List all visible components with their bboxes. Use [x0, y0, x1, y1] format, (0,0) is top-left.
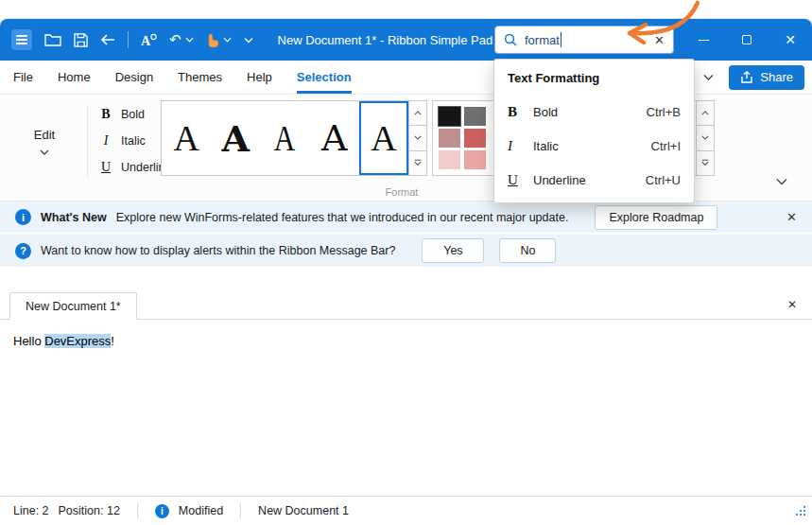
color-swatch[interactable] [464, 107, 486, 126]
undo-dropdown-button[interactable]: ↶ [169, 33, 194, 47]
open-file-icon[interactable] [44, 33, 61, 46]
gallery-scroll-up-button[interactable] [409, 101, 426, 126]
chevron-down-icon [40, 149, 49, 155]
tab-selection[interactable]: Selection [297, 61, 352, 94]
document-tab[interactable]: New Document 1* [9, 292, 137, 320]
document-content[interactable]: Hello DevExpress! [0, 320, 812, 496]
color-swatch[interactable] [439, 129, 460, 148]
font-gallery-item[interactable]: A [265, 101, 305, 175]
gallery-scroll-down-button[interactable] [409, 126, 426, 150]
tab-themes[interactable]: Themes [178, 61, 222, 94]
gallery-expand-button[interactable] [409, 151, 426, 175]
back-arrow-icon[interactable] [100, 34, 115, 45]
whats-new-title: What's New [41, 211, 107, 224]
color-swatch[interactable] [439, 150, 460, 169]
underline-icon: U [99, 160, 112, 175]
edit-button[interactable]: Edit [9, 100, 79, 182]
tab-help[interactable]: Help [247, 61, 272, 94]
result-label: Bold [533, 105, 558, 119]
color-scroll-up-button[interactable] [697, 101, 714, 126]
chevron-down-icon [223, 37, 232, 43]
toolbar-separator [128, 31, 129, 48]
window-controls: ✕ [682, 19, 812, 61]
status-document-name: New Document 1 [258, 504, 349, 517]
status-modified: Modified [179, 504, 223, 517]
italic-icon: I [99, 133, 112, 149]
result-label: Underline [533, 173, 586, 187]
maximize-icon [742, 35, 752, 44]
info-icon: i [15, 209, 31, 225]
document-text: ! [111, 334, 114, 348]
undo-icon: ↶ [169, 33, 181, 47]
document-area-spacer [0, 267, 812, 291]
flyout-header: Text Formatting [494, 60, 694, 95]
no-button[interactable]: No [499, 238, 556, 263]
message-bar-whats-new: i What's New Explore new WinForms-relate… [0, 201, 812, 233]
message-close-icon[interactable]: ✕ [786, 210, 797, 224]
collapse-ribbon-chevron-icon[interactable] [776, 172, 787, 189]
font-gallery-item[interactable]: A [211, 101, 260, 175]
tab-file[interactable]: File [13, 61, 33, 94]
maximize-button[interactable] [725, 19, 769, 61]
color-scroll-down-button[interactable] [697, 126, 714, 150]
result-shortcut: Ctrl+B [647, 105, 681, 119]
save-icon[interactable] [74, 33, 88, 47]
titlebar: A ↶ New Document 1* - Ribbon Simple Pad … [0, 19, 812, 61]
svg-text:A: A [141, 34, 151, 47]
alerts-question-text: Want to know how to display alerts withi… [41, 244, 395, 257]
search-value: format [525, 33, 560, 47]
italic-label: Italic [121, 134, 146, 148]
document-close-icon[interactable]: ✕ [787, 298, 797, 311]
color-expand-button[interactable] [697, 151, 714, 175]
ribbon-options-chevron-icon[interactable] [703, 74, 714, 80]
search-result-bold[interactable]: B Bold Ctrl+B [494, 95, 694, 129]
status-position: Position: 12 [59, 504, 120, 517]
yes-button[interactable]: Yes [422, 238, 484, 263]
message-bar-alerts: ? Want to know how to display alerts wit… [0, 235, 812, 267]
bold-icon: B [99, 107, 112, 122]
whats-new-text: Explore new WinForms-related features th… [116, 211, 569, 224]
tab-row-right: Share [703, 61, 812, 94]
search-result-underline[interactable]: U Underline Ctrl+U [494, 163, 694, 197]
status-line: Line: 2 [13, 504, 49, 517]
search-result-italic[interactable]: I Italic Ctrl+I [494, 129, 694, 163]
quick-access-toolbar: A ↶ [11, 29, 253, 50]
app-menu-button[interactable] [11, 29, 32, 50]
color-gallery-scrolls [697, 100, 715, 176]
color-swatch[interactable] [464, 150, 486, 169]
font-gallery-item-selected[interactable]: A [359, 101, 408, 175]
close-button[interactable]: ✕ [769, 19, 812, 61]
window-title: New Document 1* - Ribbon Simple Pad [278, 33, 493, 47]
font-gallery-item[interactable]: A [162, 101, 211, 175]
group-separator [87, 106, 88, 178]
highlight-dropdown-button[interactable] [206, 33, 232, 47]
share-label: Share [760, 70, 793, 84]
resize-grip-icon[interactable] [794, 504, 806, 519]
selected-text: DevExpress [44, 334, 111, 348]
color-swatch[interactable] [464, 129, 486, 148]
minimize-button[interactable] [682, 19, 725, 61]
minimize-icon [699, 40, 709, 41]
status-separator [137, 503, 138, 518]
edit-label: Edit [34, 128, 55, 142]
font-gallery-cells: A A A A A [162, 101, 408, 175]
search-input[interactable]: format ✕ [494, 26, 674, 54]
bold-icon: B [508, 104, 525, 120]
underline-icon: U [508, 172, 525, 188]
result-shortcut: Ctrl+I [651, 139, 681, 153]
hand-pointer-icon [206, 33, 219, 47]
question-icon: ? [15, 243, 31, 259]
document-text: Hello [13, 334, 44, 348]
font-gallery-item[interactable]: A [310, 101, 359, 175]
search-results-flyout: Text Formatting B Bold Ctrl+B I Italic C… [493, 59, 695, 203]
status-separator [240, 503, 241, 518]
share-button[interactable]: Share [729, 65, 804, 90]
tab-design[interactable]: Design [115, 61, 153, 94]
font-icon[interactable]: A [141, 33, 157, 47]
tab-home[interactable]: Home [58, 61, 91, 94]
search-clear-icon[interactable]: ✕ [654, 33, 665, 47]
explore-roadmap-button[interactable]: Explore Roadmap [595, 205, 717, 230]
qat-more-chevron-icon[interactable] [244, 37, 253, 44]
color-swatch-selected[interactable] [439, 107, 460, 126]
font-gallery-scrolls [408, 101, 426, 175]
